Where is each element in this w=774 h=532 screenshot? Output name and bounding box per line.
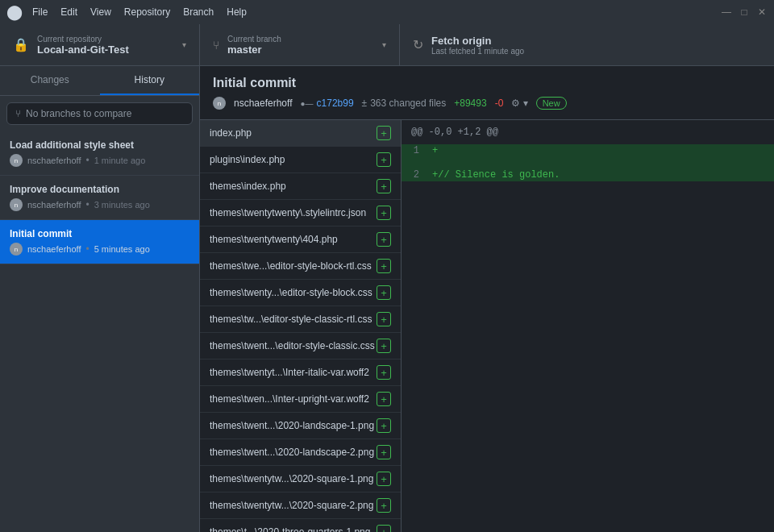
repo-caret-icon: ▾ (182, 40, 186, 49)
file-add-icon-8: + (377, 339, 391, 353)
menu-file[interactable]: File (32, 6, 48, 18)
branch-text: Current branch master (227, 35, 281, 56)
file-item-3[interactable]: themes\twentytwenty\.stylelintrc.json + (200, 200, 401, 227)
file-list: index.php + plugins\index.php + themes\i… (200, 120, 402, 532)
current-branch-section[interactable]: ⑂ Current branch master ▾ (200, 24, 400, 65)
file-item-8[interactable]: themes\twent...\editor-style-classic.css… (200, 333, 401, 360)
file-add-icon-3: + (377, 206, 391, 220)
commit-item-0[interactable]: Load additional style sheet n nschaeferh… (0, 131, 199, 176)
branch-caret-icon: ▾ (382, 40, 386, 49)
commit-time-2: 5 minutes ago (94, 244, 150, 254)
menu-repository[interactable]: Repository (124, 6, 170, 18)
commit-title-1: Improve documentation (10, 184, 189, 195)
left-panel: Changes History ⑂ No branches to compare… (0, 66, 200, 532)
commit-time-1: 3 minutes ago (94, 200, 150, 210)
file-item-7[interactable]: themes\tw...\editor-style-classic-rtl.cs… (200, 306, 401, 333)
titlebar-menu: File Edit View Repository Branch Help (32, 6, 247, 18)
main-area: Changes History ⑂ No branches to compare… (0, 66, 774, 532)
commit-author-2: nschaeferhoff (27, 244, 81, 254)
branch-compare-input[interactable]: ⑂ No branches to compare (6, 102, 193, 125)
file-item-15[interactable]: themes\t...\2020-three-quarters-1.png + (200, 519, 401, 532)
file-item-11[interactable]: themes\twent...\2020-landscape-1.png + (200, 413, 401, 439)
fetch-origin-section[interactable]: ↻ Fetch origin Last fetched 1 minute ago (400, 24, 589, 65)
menu-view[interactable]: View (90, 6, 111, 18)
menu-edit[interactable]: Edit (60, 6, 77, 18)
file-add-icon-15: + (377, 525, 391, 532)
github-logo-icon: ⬤ (6, 3, 23, 21)
file-name-1: plugins\index.php (210, 154, 285, 165)
file-add-icon-4: + (377, 232, 391, 247)
file-name-6: themes\twenty...\editor-style-block.css (210, 287, 372, 298)
commit-meta-1: n nschaeferhoff • 3 minutes ago (10, 198, 189, 211)
repo-name: Local-and-Git-Test (37, 44, 129, 56)
toolbar: 🔒 Current repository Local-and-Git-Test … (0, 24, 774, 66)
file-add-icon-7: + (377, 312, 391, 326)
titlebar: ⬤ File Edit View Repository Branch Help … (0, 0, 774, 24)
file-name-8: themes\twent...\editor-style-classic.css (210, 340, 375, 351)
commit-meta-2: n nschaeferhoff • 5 minutes ago (10, 243, 189, 256)
diff-line-0: 1 + (402, 144, 774, 168)
file-item-9[interactable]: themes\twentyt...\Inter-italic-var.woff2… (200, 360, 401, 386)
file-item-0[interactable]: index.php + (200, 120, 401, 147)
file-name-3: themes\twentytwenty\.stylelintrc.json (210, 207, 366, 218)
file-item-4[interactable]: themes\twentytwenty\404.php + (200, 227, 401, 253)
changed-files-count: 363 changed files (370, 98, 446, 109)
close-button[interactable]: ✕ (756, 6, 768, 18)
changed-files: ± 363 changed files (362, 98, 447, 109)
menu-branch[interactable]: Branch (183, 6, 214, 18)
file-add-icon-5: + (377, 259, 391, 273)
branch-placeholder: No branches to compare (26, 108, 131, 119)
file-item-2[interactable]: themes\index.php + (200, 173, 401, 200)
file-item-5[interactable]: themes\twe...\editor-style-block-rtl.css… (200, 253, 401, 280)
file-name-15: themes\t...\2020-three-quarters-1.png (210, 526, 370, 532)
commit-list: Load additional style sheet n nschaeferh… (0, 131, 199, 532)
line-content-1: +// Silence is golden. (426, 169, 774, 181)
commit-detail-avatar: n (213, 97, 226, 110)
minimize-button[interactable]: — (721, 6, 732, 18)
file-add-icon-1: + (377, 152, 391, 167)
line-num-1: 2 (402, 169, 426, 181)
current-repo-section[interactable]: 🔒 Current repository Local-and-Git-Test … (0, 24, 200, 65)
right-panel: Initial commit n nschaeferhoff ●— c172b9… (200, 66, 774, 532)
plus-minus-icon: ± (362, 98, 368, 109)
file-add-icon-2: + (377, 179, 391, 193)
commit-header-title: Initial commit (213, 76, 761, 90)
titlebar-left: ⬤ File Edit View Repository Branch Help (6, 3, 247, 21)
avatar-0: n (10, 154, 23, 167)
file-add-icon-12: + (377, 445, 391, 459)
fetch-sublabel: Last fetched 1 minute ago (431, 47, 524, 56)
additions: +89493 (454, 98, 486, 109)
file-item-13[interactable]: themes\twentytw...\2020-square-1.png + (200, 466, 401, 493)
file-item-12[interactable]: themes\twent...\2020-landscape-2.png + (200, 439, 401, 466)
branch-name: master (227, 44, 281, 56)
repo-icon: 🔒 (13, 37, 29, 52)
file-item-6[interactable]: themes\twenty...\editor-style-block.css … (200, 280, 401, 306)
file-name-12: themes\twent...\2020-landscape-2.png (210, 447, 374, 458)
file-name-13: themes\twentytw...\2020-square-1.png (210, 473, 373, 484)
commit-item-1[interactable]: Improve documentation n nschaeferhoff • … (0, 176, 199, 220)
commit-meta-0: n nschaeferhoff • 1 minute ago (10, 154, 189, 167)
file-item-10[interactable]: themes\twen...\Inter-upright-var.woff2 + (200, 386, 401, 413)
avatar-1: n (10, 198, 23, 211)
file-add-icon-11: + (377, 418, 391, 433)
file-name-9: themes\twentyt...\Inter-italic-var.woff2 (210, 367, 369, 378)
tab-history[interactable]: History (100, 66, 200, 95)
file-name-14: themes\twentytw...\2020-square-2.png (210, 500, 373, 511)
tabs: Changes History (0, 66, 199, 96)
line-content-0: + (426, 145, 774, 168)
commit-item-2[interactable]: Initial commit n nschaeferhoff • 5 minut… (0, 220, 199, 264)
repo-text: Current repository Local-and-Git-Test (37, 35, 129, 56)
settings-icon[interactable]: ⚙ ▾ (511, 98, 527, 109)
menu-help[interactable]: Help (227, 6, 247, 18)
file-name-2: themes\index.php (210, 181, 286, 192)
commit-author-0: nschaeferhoff (27, 156, 81, 165)
file-item-14[interactable]: themes\twentytw...\2020-square-2.png + (200, 493, 401, 519)
file-item-1[interactable]: plugins\index.php + (200, 147, 401, 173)
diff-header: @@ -0,0 +1,2 @@ (402, 120, 774, 144)
maximize-button[interactable]: □ (739, 6, 750, 18)
tab-changes[interactable]: Changes (0, 66, 100, 95)
file-add-icon-14: + (377, 498, 391, 513)
hash-circle-icon: ●— (301, 99, 314, 108)
commit-author-1: nschaeferhoff (27, 200, 81, 210)
line-num-0: 1 (402, 145, 426, 168)
